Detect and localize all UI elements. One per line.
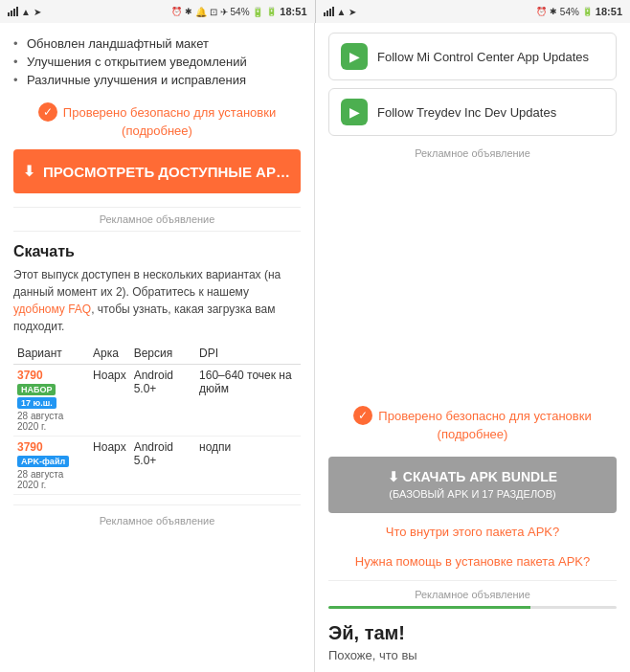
variant-2-arch: Ноарх <box>89 437 130 495</box>
help-install-link[interactable]: Нужна помощь в установке пакета APK? <box>328 550 617 572</box>
left-signal-icons: ▲ ➤ <box>8 7 41 17</box>
changelog-item-3: Различные улучшения и исправления <box>13 71 301 89</box>
right-verified-icon: ✓ <box>353 406 372 425</box>
right-send-icon: ➤ <box>349 7 356 17</box>
what-inside-link[interactable]: Что внутри этого пакета APK? <box>328 521 617 543</box>
verified-check-icon: ✓ <box>38 102 57 122</box>
right-right-icons: ⏰ ✱ 54% 🔋 18:51 <box>536 6 622 17</box>
variant-1-date: 28 августа 2020 г. <box>17 411 85 432</box>
left-time: 18:51 <box>280 6 306 17</box>
variant-1-version: Android 5.0+ <box>130 365 195 437</box>
right-ad-label-1: Рекламное объявление <box>328 144 617 163</box>
right-signal <box>324 7 334 16</box>
left-wifi-icon: ▲ <box>21 7 31 17</box>
variant-2-version: Android 5.0+ <box>130 437 195 495</box>
follow-mi-button[interactable]: ▶ Follow Mi Control Center App Updates <box>328 33 617 80</box>
col-version: Версия <box>130 343 195 365</box>
right-battery-icon: 🔋 <box>582 7 593 16</box>
variant-1-badge-1: НАБОР <box>17 384 56 395</box>
verified-section: ✓ Проверено безопасно для установки (под… <box>13 102 301 138</box>
changelog-item-1: Обновлен ландшафтный макет <box>13 34 301 53</box>
view-apk-button[interactable]: ⬇ ПРОСМОТРЕТЬ ДОСТУПНЫЕ APK И <box>13 149 301 193</box>
follow-treydev-button[interactable]: ▶ Follow Treydev Inc Dev Updates <box>328 88 617 136</box>
variant-1-dpi: 160–640 точек на дюйм <box>195 365 301 437</box>
table-header-row: Вариант Арка Версия DPI <box>13 343 301 365</box>
follow-treydev-icon: ▶ <box>341 99 368 125</box>
bundle-sub-label: (базовый APK и 17 разделов) <box>338 487 607 502</box>
hey-section: Эй, там! Похоже, что вы <box>328 622 617 662</box>
variant-1-badge-2: 17 ю.ш. <box>17 397 56 409</box>
right-verified-text: Проверено безопасно для установки <box>378 409 591 423</box>
desc-part1: Этот выпуск доступен в нескольких вариан… <box>13 268 281 299</box>
progress-bar <box>328 606 617 609</box>
variant-2-dpi: нодпи <box>195 437 301 495</box>
left-alarm-icon: ⏰ <box>171 7 182 16</box>
right-time: 18:51 <box>596 6 622 17</box>
hey-title: Эй, там! <box>328 622 617 644</box>
left-ad-label-2: Рекламное объявление <box>13 504 301 532</box>
right-battery-text: 54% <box>560 7 579 17</box>
left-right-icons: ⏰ ✱ 🔔 ⊡ ✈ 54% 🔋 🔋 18:51 <box>171 6 306 17</box>
changelog-item-2: Улучшения с открытием уведомлений <box>13 53 301 71</box>
variants-table: Вариант Арка Версия DPI 3790 НАБОР 17 ю.… <box>13 343 301 495</box>
status-bars: ▲ ➤ ⏰ ✱ 🔔 ⊡ ✈ 54% 🔋 🔋 18:51 ▲ ➤ ⏰ ✱ 54% <box>0 0 630 23</box>
variant-1-number: 3790 <box>17 369 85 382</box>
left-battery-text: 🔔 ⊡ ✈ 54% 🔋 <box>195 7 263 17</box>
right-verified-line: ✓ Проверено безопасно для установки <box>353 406 591 425</box>
left-ad-label-1: Рекламное объявление <box>13 207 301 232</box>
download-bundle-button[interactable]: ⬇ СКАЧАТЬ APK BUNDLE (базовый APK и 17 р… <box>328 457 617 513</box>
left-send-icon: ➤ <box>34 7 41 17</box>
right-details-link[interactable]: (подробнее) <box>438 427 508 441</box>
changelog-list: Обновлен ландшафтный макет Улучшения с о… <box>13 34 301 89</box>
main-panels: Обновлен ландшафтный макет Улучшения с о… <box>0 23 630 672</box>
left-panel: Обновлен ландшафтный макет Улучшения с о… <box>0 23 315 672</box>
col-variant: Вариант <box>13 343 89 365</box>
left-status-bar: ▲ ➤ ⏰ ✱ 🔔 ⊡ ✈ 54% 🔋 🔋 18:51 <box>0 0 316 23</box>
variant-2-info: 3790 APK-файл 28 августа 2020 г. <box>13 437 89 495</box>
col-dpi: DPI <box>195 343 301 365</box>
faq-link[interactable]: удобному FAQ <box>13 302 91 316</box>
right-verified-section: ✓ Проверено безопасно для установки (под… <box>328 406 617 441</box>
view-apk-label: ПРОСМОТРЕТЬ ДОСТУПНЫЕ APK И <box>43 164 291 180</box>
verified-text: Проверено безопасно для установки <box>63 105 276 120</box>
download-icon: ⬇ <box>23 163 35 180</box>
verified-line: ✓ Проверено безопасно для установки <box>38 102 276 122</box>
details-link[interactable]: (подробнее) <box>122 123 192 138</box>
left-signal <box>8 7 18 16</box>
right-signal-icons: ▲ ➤ <box>324 7 357 17</box>
right-bt-icon: ✱ <box>550 7 557 16</box>
download-title: Скачать <box>13 243 301 260</box>
variant-2-badge-1: APK-файл <box>17 456 69 467</box>
right-ad-label-2: Рекламное объявление <box>328 589 617 600</box>
left-battery-icon: 🔋 <box>266 7 277 16</box>
right-wifi-icon: ▲ <box>337 7 347 17</box>
right-bottom-ad: Рекламное объявление <box>328 580 617 611</box>
follow-treydev-label: Follow Treydev Inc Dev Updates <box>377 105 556 120</box>
col-arch: Арка <box>89 343 130 365</box>
variant-2-number: 3790 <box>17 440 85 454</box>
bundle-main-label: ⬇ СКАЧАТЬ APK BUNDLE <box>388 469 557 484</box>
right-panel: ▶ Follow Mi Control Center App Updates ▶… <box>315 23 630 672</box>
right-alarm-icon: ⏰ <box>536 7 547 16</box>
table-row[interactable]: 3790 APK-файл 28 августа 2020 г. Ноарх A… <box>13 437 301 495</box>
download-description: Этот выпуск доступен в нескольких вариан… <box>13 266 301 335</box>
variant-1-info: 3790 НАБОР 17 ю.ш. 28 августа 2020 г. <box>13 365 89 437</box>
table-row[interactable]: 3790 НАБОР 17 ю.ш. 28 августа 2020 г. Но… <box>13 365 301 437</box>
left-bt-icon: ✱ <box>185 7 192 16</box>
right-status-bar: ▲ ➤ ⏰ ✱ 54% 🔋 18:51 <box>316 0 631 23</box>
follow-mi-icon: ▶ <box>341 43 368 70</box>
follow-mi-label: Follow Mi Control Center App Updates <box>377 50 589 64</box>
download-section: Скачать Этот выпуск доступен в нескольки… <box>13 243 301 495</box>
variant-2-date: 28 августа 2020 г. <box>17 469 85 490</box>
hey-subtitle: Похоже, что вы <box>328 648 617 662</box>
variant-1-arch: Ноарх <box>89 365 130 437</box>
